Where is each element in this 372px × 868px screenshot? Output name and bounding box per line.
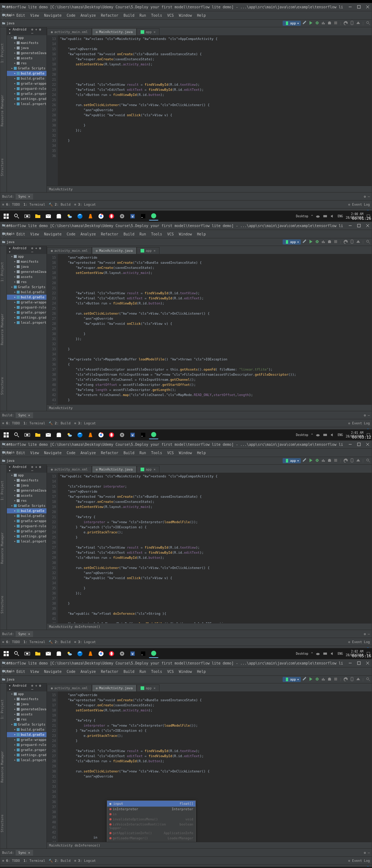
- run-button[interactable]: [309, 21, 313, 26]
- language-indicator[interactable]: ENG: [337, 215, 343, 218]
- menu-help[interactable]: Help: [197, 232, 206, 236]
- show-desktop[interactable]: Desktop: [296, 652, 308, 655]
- tree-item[interactable]: ▸Gradle Scripts: [7, 722, 46, 727]
- build-button[interactable]: [303, 21, 307, 26]
- editor-tab[interactable]: app ×: [137, 28, 159, 35]
- project-tree[interactable]: ▾ Android ▾⊙ ÷ ⚙ — ▸app▸manifests▸java▸g…: [7, 683, 47, 848]
- word-icon[interactable]: W: [128, 431, 137, 439]
- tree-item[interactable]: ▸gradle.properties (Project Settings): [7, 529, 46, 534]
- menu-refactor[interactable]: Refactor: [101, 670, 118, 674]
- tree-item[interactable]: ▸generatedJava: [7, 707, 46, 712]
- build-tool-window[interactable]: Build:Sync ×⚙ —: [0, 630, 372, 638]
- menu-tools[interactable]: Tools: [151, 232, 162, 236]
- search-task-icon[interactable]: [12, 212, 21, 221]
- project-tree[interactable]: ▾ Android ▾⊙ ÷ ⚙ — ▸app▸manifests▸java▸g…: [7, 246, 47, 411]
- tree-item[interactable]: ▸build.gradle (Project: tensorflow_l: [7, 290, 46, 295]
- build-button[interactable]: [303, 239, 307, 245]
- menu-vcs[interactable]: VCS: [167, 451, 174, 455]
- tree-item[interactable]: ▸assets: [7, 493, 46, 498]
- minimize-button[interactable]: [343, 661, 352, 666]
- edge-icon[interactable]: [75, 649, 85, 658]
- profile-button[interactable]: [321, 458, 326, 463]
- tree-item[interactable]: ▸build.gradle (Module: app): [7, 76, 46, 81]
- tree-item[interactable]: ▸generatedJava: [7, 51, 46, 56]
- build-tool-window[interactable]: Build:Sync ×⚙ —: [0, 848, 372, 856]
- android-studio-task-icon[interactable]: [149, 649, 158, 658]
- editor-tab[interactable]: app ×: [137, 466, 159, 473]
- maximize-button[interactable]: [352, 443, 361, 447]
- search-task-icon[interactable]: [12, 431, 21, 439]
- onedrive-icon[interactable]: [316, 214, 320, 218]
- tree-item[interactable]: ▸manifests: [7, 478, 46, 483]
- attach-button[interactable]: [327, 21, 332, 26]
- tree-item[interactable]: ▸manifests: [7, 40, 46, 45]
- project-tree[interactable]: ▾ Android ▾⊙ ÷ ⚙ — ▸app▸manifests▸java▸g…: [7, 465, 47, 630]
- breadcrumb-strip[interactable]: MainActivity: [47, 186, 372, 192]
- menu-bar[interactable]: FileEditViewNavigateCodeAnalyzeRefactorB…: [0, 449, 372, 457]
- breadcrumb-item[interactable]: main: [2, 451, 46, 454]
- editor-tab[interactable]: ● activity_main.xml: [47, 28, 92, 35]
- opera-icon[interactable]: [107, 212, 116, 221]
- menu-build[interactable]: Build: [124, 13, 134, 17]
- tree-item[interactable]: ▸local.properties (SDK Location): [7, 539, 46, 544]
- bottom-tool-bar[interactable]: ≡ 6: TODO1: Terminal🔨 2: Build≡ 3: Logca…: [0, 856, 372, 864]
- editor-tab[interactable]: ● activity_main.xml: [47, 466, 92, 473]
- tree-item[interactable]: ▸app: [7, 254, 46, 259]
- tray-up-icon[interactable]: ^: [311, 215, 313, 218]
- code-editor[interactable]: "kw">public "kw">class "cls">MainActivit…: [58, 35, 372, 186]
- tree-item[interactable]: ▸build.gradle (Module: app): [7, 513, 46, 518]
- windows-taskbar[interactable]: W Desktop ^ ENG 2:02 AM28/07/2019 00:05:…: [0, 648, 372, 659]
- run-button[interactable]: [309, 239, 313, 245]
- run-button[interactable]: [309, 677, 313, 682]
- tool-window-todo[interactable]: ≡ 6: TODO: [2, 640, 20, 644]
- tree-item[interactable]: ▸Gradle Scripts: [7, 66, 46, 71]
- tool-window-bar-left[interactable]: 1: ProjectResource ManagerStructure: [0, 465, 7, 630]
- tree-item[interactable]: ▸settings.gradle (Project Settings): [7, 315, 46, 320]
- tree-item[interactable]: ▸gradle.properties (Project Settings): [7, 91, 46, 96]
- menu-refactor[interactable]: Refactor: [101, 232, 118, 236]
- show-desktop[interactable]: Desktop: [296, 215, 308, 218]
- word-icon[interactable]: W: [128, 212, 137, 221]
- tree-item[interactable]: ▸app: [7, 473, 46, 478]
- code-editor[interactable]: "ann">@Override "kw">protected "kw">void…: [58, 691, 372, 842]
- tree-item[interactable]: ▸gradle-wrapper.properties (Gradle: [7, 81, 46, 86]
- onedrive-icon[interactable]: [316, 433, 320, 437]
- language-indicator[interactable]: ENG: [337, 652, 343, 655]
- tree-item[interactable]: ▸java: [7, 264, 46, 269]
- mail-icon[interactable]: [44, 431, 53, 439]
- tree-item[interactable]: ▸build.gradle (Project: tensorflow_l: [7, 727, 46, 732]
- menu-tools[interactable]: Tools: [151, 451, 162, 455]
- menu-navigate[interactable]: Navigate: [44, 451, 61, 455]
- menu-navigate[interactable]: Navigate: [44, 670, 61, 674]
- gear-icon[interactable]: [117, 649, 127, 658]
- stop-button[interactable]: [333, 458, 338, 463]
- editor-tab[interactable]: ● MainActivity.java: [92, 247, 137, 254]
- editor-tab[interactable]: ● activity_main.xml: [47, 247, 92, 254]
- menu-build[interactable]: Build: [124, 670, 134, 674]
- start-button[interactable]: [1, 212, 11, 221]
- menu-build[interactable]: Build: [124, 232, 134, 236]
- network-icon[interactable]: [323, 214, 327, 218]
- sync-button[interactable]: [344, 239, 348, 245]
- edge-icon[interactable]: [75, 431, 85, 439]
- tree-item[interactable]: ▸build.gradle (Module: app): [7, 732, 46, 737]
- close-button[interactable]: [361, 224, 369, 228]
- tree-item[interactable]: ▸gradle-wrapper.properties (Gradle: [7, 518, 46, 524]
- menu-build[interactable]: Build: [124, 451, 134, 455]
- menu-vcs[interactable]: VCS: [167, 232, 174, 236]
- breadcrumb-item[interactable]: java: [2, 240, 46, 244]
- tree-item[interactable]: ▸java: [7, 702, 46, 707]
- tree-item[interactable]: ▸settings.gradle (Project Settings): [7, 534, 46, 539]
- opera-icon[interactable]: [107, 649, 116, 658]
- word-icon[interactable]: W: [128, 649, 137, 658]
- tool-window-terminal[interactable]: 1: Terminal: [24, 859, 45, 863]
- tree-item[interactable]: ▸assets: [7, 274, 46, 279]
- sdk-button[interactable]: [356, 239, 360, 245]
- start-button[interactable]: [1, 649, 11, 658]
- pycharm-icon[interactable]: [138, 649, 148, 658]
- weather-icon[interactable]: [65, 649, 74, 658]
- tree-item[interactable]: ▸settings.gradle (Project Settings): [7, 752, 46, 758]
- tree-item[interactable]: ▸app: [7, 691, 46, 697]
- build-tool-window[interactable]: Build:Sync ×⚙ —: [0, 192, 372, 200]
- menu-navigate[interactable]: Navigate: [44, 13, 61, 17]
